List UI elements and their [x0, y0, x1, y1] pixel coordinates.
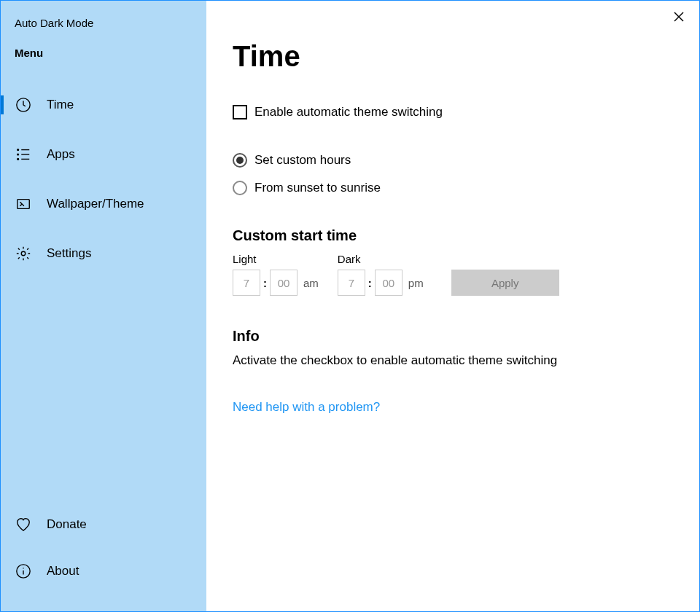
- info-icon: [15, 562, 32, 580]
- wallpaper-icon: [15, 195, 32, 213]
- radio-custom-hours-label: Set custom hours: [254, 153, 351, 168]
- dark-period: pm: [408, 277, 424, 289]
- dark-time-group: Dark : pm: [338, 253, 424, 296]
- dark-hour-input[interactable]: [338, 270, 365, 296]
- help-link[interactable]: Need help with a problem?: [233, 400, 380, 415]
- info-text: Activate the checkbox to enable automati…: [233, 353, 673, 368]
- radio-sunset-sunrise[interactable]: [233, 181, 247, 195]
- sidebar-item-label: Wallpaper/Theme: [47, 197, 144, 211]
- svg-point-8: [21, 251, 26, 256]
- custom-start-title: Custom start time: [233, 227, 673, 244]
- app-window: Auto Dark Mode Menu Time Apps Wallpaper/…: [0, 0, 700, 612]
- close-icon: [674, 12, 684, 25]
- sidebar-item-about[interactable]: About: [1, 554, 206, 588]
- sidebar: Auto Dark Mode Menu Time Apps Wallpaper/…: [1, 1, 206, 611]
- enable-switching-checkbox[interactable]: [233, 105, 247, 119]
- sidebar-item-label: Apps: [47, 147, 75, 162]
- svg-point-1: [18, 149, 19, 151]
- sidebar-item-donate[interactable]: Donate: [1, 508, 206, 541]
- sidebar-item-label: Donate: [47, 517, 87, 532]
- svg-rect-7: [18, 200, 30, 209]
- radio-custom-hours-row: Set custom hours: [233, 153, 673, 168]
- dark-label: Dark: [338, 253, 424, 265]
- sidebar-nav: Time Apps Wallpaper/Theme Settings: [1, 88, 206, 508]
- radio-sunset-sunrise-label: From sunset to sunrise: [254, 181, 381, 195]
- sidebar-item-apps[interactable]: Apps: [1, 138, 206, 171]
- enable-switching-label: Enable automatic theme switching: [254, 105, 443, 119]
- sidebar-item-label: Settings: [47, 246, 91, 261]
- radio-custom-hours[interactable]: [233, 153, 247, 168]
- clock-icon: [15, 96, 32, 114]
- close-button[interactable]: [664, 7, 693, 30]
- main-content: Time Enable automatic theme switching Se…: [206, 1, 699, 611]
- dark-time-inputs: : pm: [338, 270, 424, 296]
- sidebar-item-wallpaper[interactable]: Wallpaper/Theme: [1, 187, 206, 221]
- light-minute-input[interactable]: [270, 270, 298, 296]
- page-title: Time: [233, 40, 673, 73]
- list-icon: [15, 146, 32, 163]
- sidebar-footer: Donate About: [1, 508, 206, 611]
- dark-minute-input[interactable]: [375, 270, 402, 296]
- colon-separator: :: [368, 277, 372, 289]
- light-label: Light: [233, 253, 319, 265]
- radio-sunset-sunrise-row: From sunset to sunrise: [233, 181, 673, 195]
- svg-point-3: [18, 159, 19, 160]
- sidebar-item-settings[interactable]: Settings: [1, 237, 206, 270]
- heart-icon: [15, 516, 32, 533]
- light-hour-input[interactable]: [233, 270, 260, 296]
- colon-separator: :: [263, 277, 267, 289]
- light-period: am: [303, 277, 319, 289]
- sidebar-item-time[interactable]: Time: [1, 88, 206, 122]
- enable-switching-row: Enable automatic theme switching: [233, 105, 673, 119]
- svg-point-2: [18, 154, 19, 155]
- light-time-inputs: : am: [233, 270, 319, 296]
- sidebar-item-label: About: [47, 564, 79, 578]
- apply-button[interactable]: Apply: [451, 270, 559, 296]
- info-title: Info: [233, 328, 673, 345]
- app-title: Auto Dark Mode: [1, 17, 206, 29]
- time-row: Light : am Dark : pm Apply: [233, 253, 673, 296]
- light-time-group: Light : am: [233, 253, 319, 296]
- menu-title: Menu: [1, 47, 206, 59]
- svg-point-11: [23, 568, 23, 568]
- gear-icon: [15, 245, 32, 262]
- sidebar-item-label: Time: [47, 98, 74, 112]
